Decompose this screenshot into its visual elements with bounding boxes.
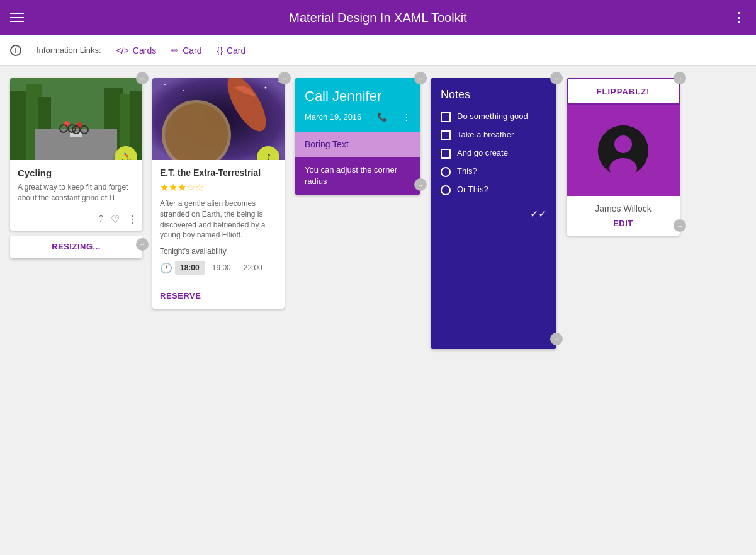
share-fab-icon: ⤴	[266, 152, 271, 160]
card3-column: Call Jennifer March 19, 2016 📞 ⋮ Boring …	[295, 78, 420, 195]
card4-column: Notes Do something good Take a breather …	[431, 78, 556, 349]
cycling-text: A great way to keep fit and forget about…	[18, 182, 135, 203]
corner-radius-text: You can adjust the corner radius	[305, 164, 410, 187]
notes-edit-icon[interactable]: ✓✓	[441, 208, 546, 220]
card5-column: FLIPPABLZ! James Willock EDIT	[567, 78, 680, 236]
flippable-label: FLIPPABLZ!	[597, 87, 650, 96]
note-item-4: This?	[441, 166, 546, 177]
link-card-2[interactable]: {} Card	[217, 45, 246, 55]
braces-icon-card2: {}	[217, 45, 223, 55]
et-stars: ★★★☆☆	[160, 181, 277, 193]
note-text-5: Or This?	[457, 185, 488, 194]
resize-handle-card1-bottom[interactable]	[136, 238, 149, 251]
share-icon[interactable]: ⤴	[98, 214, 103, 225]
checkbox-3[interactable]	[441, 149, 451, 159]
resize-handle-card3-top[interactable]	[414, 72, 427, 84]
note-item-3: And go create	[441, 148, 546, 159]
resize-handle-card5-top[interactable]	[674, 72, 686, 84]
resizing-label: RESIZING...	[52, 242, 101, 251]
more-icon[interactable]: ⋮	[732, 9, 746, 26]
note-text-3: And go create	[457, 148, 508, 157]
info-bar: i Information Links: </> Cards ✏ Card {}…	[0, 35, 756, 66]
radio-2[interactable]	[441, 185, 451, 195]
profile-card: FLIPPABLZ! James Willock EDIT	[567, 78, 680, 236]
avatar	[598, 125, 648, 176]
cycling-card-actions: ⤴ ♡ ⋮	[10, 211, 142, 231]
note-text-2: Take a breather	[457, 130, 514, 139]
note-text-1: Do something good	[457, 112, 528, 121]
radio-1[interactable]	[441, 167, 451, 177]
et-card-body: E.T. the Extra-Terrestrial ★★★☆☆ After a…	[152, 160, 285, 287]
checkbox-2[interactable]	[441, 130, 451, 140]
card1-column: 🚴 Cycling A great way to keep fit and fo…	[10, 78, 142, 258]
cycling-card-body: Cycling A great way to keep fit and forg…	[10, 160, 142, 211]
svg-point-18	[164, 84, 166, 85]
cycling-icon: 🚴	[121, 152, 132, 160]
jennifer-body: You can adjust the corner radius	[295, 157, 420, 195]
svg-point-25	[614, 135, 632, 153]
checkbox-1[interactable]	[441, 112, 451, 122]
boring-text-section: Boring Text	[295, 132, 420, 157]
resize-handle-card3-bottom[interactable]	[414, 178, 427, 191]
svg-point-19	[183, 90, 184, 91]
more-icon-jennifer[interactable]: ⋮	[402, 112, 410, 122]
et-card: ⤴ E.T. the Extra-Terrestrial ★★★☆☆ After…	[152, 78, 285, 309]
app-title: Material Design In XAML Toolkit	[24, 11, 732, 25]
cycling-title: Cycling	[18, 168, 135, 178]
edit-button[interactable]: EDIT	[574, 219, 672, 228]
et-availability: Tonight's availability	[160, 247, 277, 256]
et-title: E.T. the Extra-Terrestrial	[160, 168, 277, 178]
link-cards[interactable]: </> Cards	[116, 45, 157, 55]
note-text-4: This?	[457, 166, 477, 176]
notes-card: Notes Do something good Take a breather …	[431, 78, 556, 349]
time-slot-1800[interactable]: 18:00	[175, 261, 205, 275]
resize-handle-card4-bottom[interactable]	[550, 333, 563, 345]
info-label: Information Links:	[37, 45, 101, 55]
time-slot-2200[interactable]: 22:00	[239, 261, 268, 275]
link-card-1[interactable]: ✏ Card	[171, 45, 201, 55]
time-slots: 🕐 18:00 19:00 22:00	[160, 261, 277, 275]
card2-column: ⤴ E.T. the Extra-Terrestrial ★★★☆☆ After…	[152, 78, 285, 309]
more-vert-icon[interactable]: ⋮	[127, 214, 137, 226]
note-item-2: Take a breather	[441, 130, 546, 140]
info-icon: i	[10, 45, 21, 56]
clock-icon: 🕐	[160, 262, 172, 274]
et-text: After a gentle alien becomes stranded on…	[160, 198, 277, 241]
note-item-1: Do something good	[441, 112, 546, 122]
main-content: 🚴 Cycling A great way to keep fit and fo…	[0, 66, 756, 362]
app-bar: Material Design In XAML Toolkit ⋮	[0, 0, 756, 35]
et-image: ⤴	[152, 78, 285, 160]
reserve-button[interactable]: RESERVE	[160, 291, 201, 300]
jennifer-card: Call Jennifer March 19, 2016 📞 ⋮ Boring …	[295, 78, 420, 195]
jennifer-card-header: Call Jennifer March 19, 2016 📞 ⋮	[295, 78, 420, 132]
flippable-section[interactable]: FLIPPABLZ!	[567, 78, 680, 105]
resize-handle-card1-top[interactable]	[136, 72, 149, 84]
jennifer-sub: March 19, 2016 📞 ⋮	[305, 112, 410, 122]
note-item-5: Or This?	[441, 185, 546, 195]
boring-text: Boring Text	[305, 139, 349, 149]
hamburger-menu[interactable]	[10, 13, 24, 22]
phone-icon: 📞	[377, 112, 387, 122]
time-slot-1900[interactable]: 19:00	[207, 261, 236, 275]
pen-icon-card1: ✏	[171, 45, 179, 55]
et-card-actions: RESERVE	[152, 287, 285, 309]
resize-handle-card4-top[interactable]	[550, 72, 563, 84]
resize-handle-card5-bottom[interactable]	[674, 219, 686, 232]
cycling-image: 🚴	[10, 78, 142, 160]
notes-title: Notes	[441, 88, 546, 101]
jennifer-date: March 19, 2016	[305, 112, 361, 122]
profile-name: James Willock	[574, 203, 672, 214]
heart-icon[interactable]: ♡	[111, 214, 120, 226]
cycling-card: 🚴 Cycling A great way to keep fit and fo…	[10, 78, 142, 231]
resizing-card[interactable]: RESIZING...	[10, 236, 142, 258]
avatar-section	[567, 105, 680, 196]
code-icon-cards: </>	[116, 45, 129, 55]
jennifer-title: Call Jennifer	[305, 88, 410, 105]
profile-card-body: James Willock EDIT	[567, 196, 680, 236]
resize-handle-card2-top[interactable]	[278, 72, 291, 84]
svg-point-20	[265, 87, 267, 89]
